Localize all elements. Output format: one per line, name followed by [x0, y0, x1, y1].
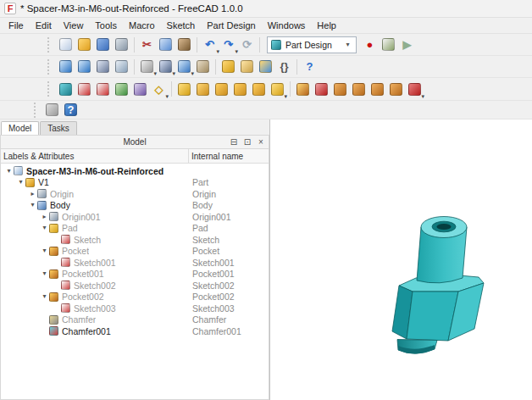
additive-helix-icon[interactable] [250, 81, 268, 98]
tree-row[interactable]: ▾BodyBody [1, 200, 269, 212]
tree-row[interactable]: ChamferChamfer [1, 314, 269, 326]
expand-arrow-icon[interactable]: ▾ [16, 179, 25, 186]
axonometric-views-icon[interactable]: ▾ [175, 58, 193, 75]
subtractive-helix-icon[interactable] [387, 81, 405, 98]
copy-icon[interactable] [157, 36, 175, 53]
origin-icon [37, 189, 47, 198]
menu-part-design[interactable]: Part Design [201, 19, 261, 32]
subtractive-loft-icon[interactable] [350, 81, 368, 98]
menu-help[interactable]: Help [311, 19, 342, 32]
macro-record-icon[interactable]: ● [361, 36, 379, 53]
subtractive-primitive-icon[interactable]: ▾ [406, 81, 424, 98]
additive-loft-icon[interactable] [213, 81, 230, 98]
tree-row[interactable]: ▾PadPad [1, 223, 269, 235]
view-isometric-icon[interactable] [94, 58, 112, 75]
tree: ▾Spacer-M3-in-M6-out-Reinforced▾V1Part▸O… [0, 164, 269, 400]
subtractive-pipe-icon[interactable] [369, 81, 386, 98]
group-icon[interactable] [238, 58, 256, 75]
tree-row[interactable]: Sketch003Sketch003 [1, 303, 269, 314]
menu-file[interactable]: File [3, 19, 30, 32]
make-link-icon[interactable] [257, 58, 274, 75]
create-datum-icon[interactable]: ◇▾ [150, 81, 168, 98]
toolbar-handle[interactable] [47, 37, 53, 53]
part-container-icon[interactable] [219, 58, 237, 75]
title-bar[interactable]: F * Spacer-M3-in-M6-out-Reinforced - Fre… [0, 0, 532, 18]
expression-editor-glyph: {} [275, 58, 293, 75]
expand-arrow-icon[interactable]: ▾ [28, 202, 37, 208]
tree-row[interactable]: Sketch002Sketch002 [1, 280, 269, 292]
tree-row[interactable]: ▾PocketPocket [1, 246, 269, 258]
macro-edit-icon[interactable] [380, 36, 397, 53]
cut-icon[interactable]: ✂ [138, 36, 156, 53]
tree-row[interactable]: Chamfer001Chamfer001 [1, 325, 269, 337]
zoom-box-chip [78, 60, 91, 73]
menu-view[interactable]: View [58, 19, 90, 32]
pocket-icon[interactable] [294, 81, 312, 98]
paste-icon[interactable] [175, 36, 193, 53]
additive-primitive-icon[interactable]: ▾ [269, 81, 286, 98]
macro-play-icon[interactable]: ▶ [398, 36, 416, 53]
menu-macro[interactable]: Macro [123, 19, 161, 32]
expand-arrow-icon[interactable]: ▾ [40, 270, 49, 277]
collapse-arrow-icon[interactable]: ▸ [40, 214, 49, 220]
hole-icon[interactable] [313, 81, 330, 98]
toolbar-handle[interactable] [47, 81, 53, 97]
panel-minimize-icon[interactable]: ⊟ [229, 138, 239, 147]
box-element-select-icon[interactable] [113, 58, 130, 75]
help-icon[interactable]: ? [62, 101, 80, 119]
redo-icon[interactable]: ↷▾ [219, 36, 237, 53]
dock-overview-icon[interactable] [43, 101, 61, 119]
column-internal-name[interactable]: Internal name [189, 149, 269, 163]
menu-edit[interactable]: Edit [30, 19, 58, 32]
measure-icon[interactable] [194, 58, 212, 75]
expand-arrow-icon[interactable]: ▾ [40, 293, 49, 300]
standard-views-icon[interactable]: ▾ [157, 58, 175, 75]
collapse-arrow-icon[interactable]: ▸ [28, 191, 37, 197]
additive-pipe-icon[interactable] [231, 81, 249, 98]
tree-row[interactable]: ▸Origin001Origin001 [1, 211, 269, 223]
refresh-icon[interactable]: ⟳ [238, 36, 256, 53]
menu-tools[interactable]: Tools [89, 19, 123, 32]
column-labels-attributes[interactable]: Labels & Attributes [1, 149, 189, 163]
validate-sketch-icon[interactable] [131, 81, 149, 98]
tab-tasks[interactable]: Tasks [40, 121, 77, 135]
menu-sketch[interactable]: Sketch [161, 19, 202, 32]
expand-arrow-icon[interactable]: ▾ [40, 247, 49, 254]
save-icon[interactable] [94, 36, 112, 53]
zoom-box-icon[interactable] [75, 58, 93, 75]
revolution-icon[interactable] [194, 81, 212, 98]
new-file-icon[interactable] [57, 36, 75, 53]
additive-pipe-chip [234, 83, 247, 96]
print-icon[interactable] [113, 36, 130, 53]
draw-style-icon[interactable]: ▾ [138, 58, 156, 75]
expand-arrow-icon[interactable]: ▾ [40, 225, 49, 231]
tab-model[interactable]: Model [1, 121, 39, 135]
part-container-chip [222, 60, 235, 73]
undo-icon[interactable]: ↶▾ [201, 36, 219, 53]
tree-row[interactable]: ▾Spacer-M3-in-M6-out-Reinforced [1, 165, 269, 177]
toolbar-handle[interactable] [47, 59, 53, 75]
tree-row[interactable]: Sketch001Sketch001 [1, 257, 269, 269]
groove-icon[interactable] [331, 81, 349, 98]
panel-close-icon[interactable]: × [256, 138, 266, 147]
tree-row[interactable]: ▾Pocket001Pocket001 [1, 269, 269, 281]
whats-this-icon[interactable]: ? [301, 58, 319, 75]
3d-viewport[interactable] [270, 119, 532, 400]
fit-all-icon[interactable] [57, 58, 75, 75]
edit-sketch-icon[interactable] [94, 81, 112, 98]
toolbar-handle[interactable] [34, 103, 39, 118]
tree-row[interactable]: ▾Pocket002Pocket002 [1, 292, 269, 303]
tree-row[interactable]: SketchSketch [1, 234, 269, 246]
expand-arrow-icon[interactable]: ▾ [4, 168, 14, 175]
tree-row[interactable]: ▾V1Part [1, 177, 269, 189]
panel-float-icon[interactable]: ⊡ [242, 138, 252, 147]
menu-windows[interactable]: Windows [262, 19, 312, 32]
open-file-icon[interactable] [75, 36, 93, 53]
expression-editor-icon[interactable]: {} [275, 58, 293, 75]
map-sketch-icon[interactable] [113, 81, 130, 98]
create-body-icon[interactable] [57, 81, 75, 98]
pad-icon[interactable] [175, 81, 193, 98]
tree-row[interactable]: ▸OriginOrigin [1, 188, 269, 200]
create-sketch-icon[interactable] [75, 81, 93, 98]
workbench-selector[interactable]: Part Design▾ [267, 36, 357, 53]
